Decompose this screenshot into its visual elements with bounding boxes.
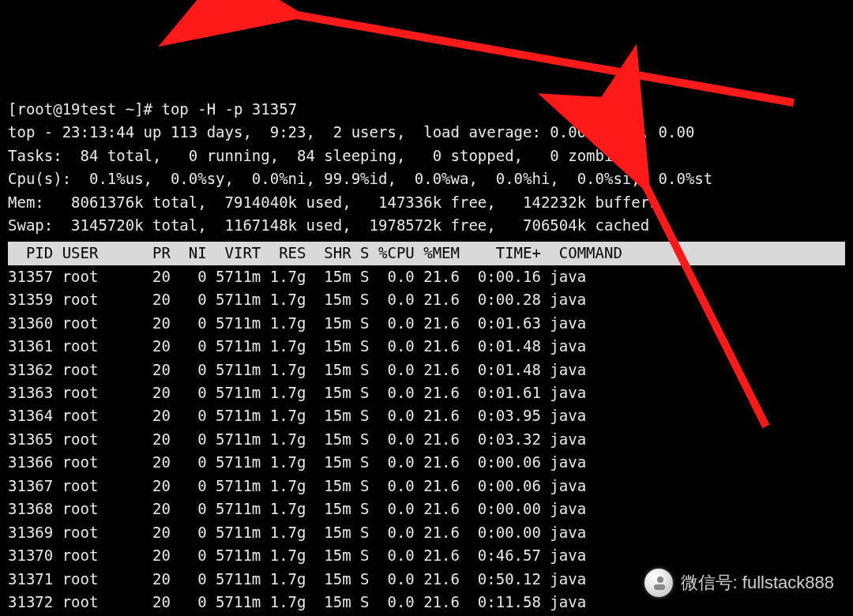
- wechat-icon: [644, 569, 673, 597]
- shell-prompt: [root@19test ~]#: [8, 100, 152, 118]
- table-row: 31365 root 20 0 5711m 1.7g 15m S 0.0 21.…: [8, 428, 845, 451]
- svg-line-1: [292, 14, 794, 103]
- table-row: 31361 root 20 0 5711m 1.7g 15m S 0.0 21.…: [8, 335, 845, 358]
- table-row: 31357 root 20 0 5711m 1.7g 15m S 0.0 21.…: [8, 265, 845, 288]
- watermark-value: fullstack888: [742, 569, 834, 596]
- table-row: 31364 root 20 0 5711m 1.7g 15m S 0.0 21.…: [8, 404, 845, 427]
- process-rows: 31357 root 20 0 5711m 1.7g 15m S 0.0 21.…: [8, 265, 845, 616]
- watermark-label: 微信号: [681, 569, 733, 596]
- shell-command: top -H -p 31357: [161, 100, 297, 118]
- table-row: 31359 root 20 0 5711m 1.7g 15m S 0.0 21.…: [8, 288, 845, 311]
- table-row: 31367 root 20 0 5711m 1.7g 15m S 0.0 21.…: [8, 475, 845, 498]
- summary-line-cpu: Cpu(s): 0.1%us, 0.0%sy, 0.0%ni, 99.9%id,…: [8, 170, 712, 187]
- summary-line-uptime: top - 23:13:44 up 113 days, 9:23, 2 user…: [8, 123, 694, 141]
- table-row: 31360 root 20 0 5711m 1.7g 15m S 0.0 21.…: [8, 312, 845, 335]
- watermark: 微信号: fullstack888: [644, 569, 834, 597]
- summary-line-mem: Mem: 8061376k total, 7914040k used, 1473…: [8, 193, 659, 211]
- table-row: 31363 root 20 0 5711m 1.7g 15m S 0.0 21.…: [8, 381, 845, 404]
- table-row: 31366 root 20 0 5711m 1.7g 15m S 0.0 21.…: [8, 451, 845, 474]
- summary-line-tasks: Tasks: 84 total, 0 running, 84 sleeping,…: [8, 147, 622, 164]
- table-row: 31370 root 20 0 5711m 1.7g 15m S 0.0 21.…: [8, 544, 845, 567]
- table-row: 31362 root 20 0 5711m 1.7g 15m S 0.0 21.…: [8, 359, 845, 381]
- table-row: 31369 root 20 0 5711m 1.7g 15m S 0.0 21.…: [8, 521, 845, 544]
- table-row: 31368 root 20 0 5711m 1.7g 15m S 0.0 21.…: [8, 498, 845, 520]
- summary-line-swap: Swap: 3145720k total, 1167148k used, 197…: [8, 216, 649, 234]
- terminal-screen[interactable]: { "prompt": { "user_host": "[root@19test…: [0, 0, 853, 616]
- column-header: PID USER PR NI VIRT RES SHR S %CPU %MEM …: [8, 242, 845, 265]
